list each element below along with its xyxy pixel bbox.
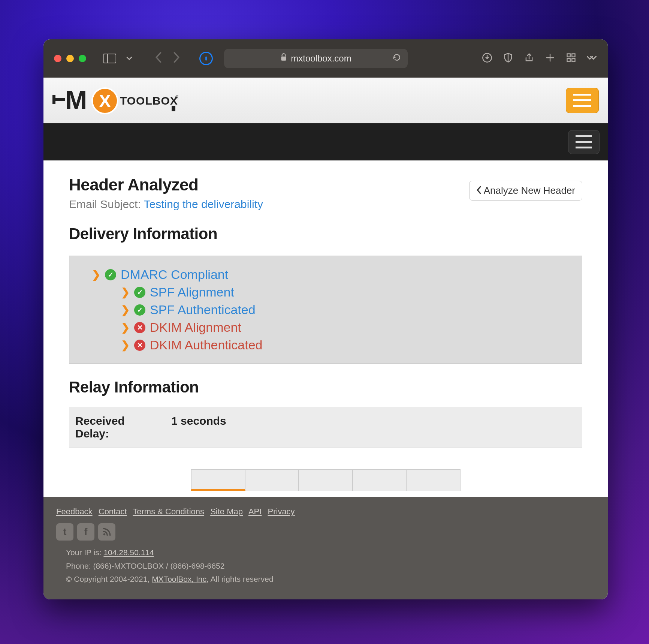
chevron-left-icon	[476, 185, 482, 196]
delivery-item-dkim-alignment: ❯ ✕ DKIM Alignment	[92, 319, 567, 336]
chevron-right-icon: ❯	[121, 321, 130, 334]
footer-links: Feedback Contact Terms & Conditions Site…	[56, 507, 595, 517]
minimize-window-button[interactable]	[66, 55, 74, 62]
delivery-link[interactable]: SPF Authenticated	[150, 303, 256, 317]
main-content: Header Analyzed Email Subject: Testing t…	[43, 160, 608, 491]
delivery-item-dmarc: ❯ ✓ DMARC Compliant	[92, 266, 567, 283]
main-menu-button[interactable]	[566, 88, 599, 113]
downloads-icon[interactable]	[482, 52, 492, 64]
analyze-new-header-button[interactable]: Analyze New Header	[469, 181, 582, 201]
tab-group-dropdown-icon[interactable]	[123, 54, 136, 63]
svg-rect-17	[172, 106, 175, 111]
sidebar-toggle-icon[interactable]	[103, 54, 116, 63]
address-bar[interactable]: mxtoolbox.com	[224, 49, 408, 68]
address-bar-host: mxtoolbox.com	[291, 53, 351, 64]
svg-rect-7	[572, 54, 575, 57]
analyze-new-header-label: Analyze New Header	[484, 185, 575, 196]
footer-link-sitemap[interactable]: Site Map	[210, 507, 243, 516]
svg-text:X: X	[99, 91, 111, 111]
facebook-icon[interactable]: f	[77, 523, 94, 541]
svg-point-19	[103, 533, 105, 535]
close-window-button[interactable]	[54, 55, 61, 62]
received-delay-value: 1 seconds	[165, 407, 582, 448]
logo-text: TOOLBOX	[120, 94, 178, 107]
svg-rect-3	[205, 57, 207, 61]
relay-info-heading: Relay Information	[69, 378, 582, 396]
received-delay-label: Received Delay:	[69, 407, 165, 448]
check-icon: ✓	[134, 287, 145, 298]
copyright-line: © Copyright 2004-2021, MXToolBox, Inc, A…	[66, 572, 595, 586]
footer-link-api[interactable]: API	[248, 507, 262, 516]
secondary-menu-button[interactable]	[568, 130, 600, 154]
browser-window: mxtoolbox.com M X TOOLBOX	[43, 39, 608, 599]
reload-icon[interactable]	[393, 53, 401, 64]
subject-link[interactable]: Testing the deliverability	[144, 198, 263, 210]
delivery-link[interactable]: DKIM Alignment	[150, 320, 241, 335]
new-tab-icon[interactable]	[545, 52, 555, 64]
svg-rect-11	[52, 95, 55, 104]
ip-label: Your IP is:	[66, 548, 102, 557]
chevron-right-icon: ❯	[92, 268, 100, 281]
svg-rect-0	[103, 54, 116, 63]
relay-chart-placeholder	[191, 469, 461, 491]
delivery-link[interactable]: DMARC Compliant	[121, 267, 228, 282]
delivery-link[interactable]: DKIM Authenticated	[150, 338, 263, 352]
browser-toolbar: mxtoolbox.com	[43, 39, 608, 78]
share-icon[interactable]	[524, 52, 534, 64]
chevron-right-icon: ❯	[121, 286, 130, 298]
check-icon: ✓	[105, 269, 116, 280]
svg-rect-9	[572, 58, 575, 61]
footer-link-contact[interactable]: Contact	[99, 507, 127, 516]
lock-icon	[280, 53, 287, 64]
site-footer: Feedback Contact Terms & Conditions Site…	[43, 497, 608, 599]
footer-meta: Your IP is: 104.28.50.114 Phone: (866)-M…	[56, 546, 595, 586]
svg-rect-4	[281, 57, 286, 61]
delivery-info-heading: Delivery Information	[69, 225, 582, 243]
footer-link-privacy[interactable]: Privacy	[268, 507, 295, 516]
footer-link-feedback[interactable]: Feedback	[56, 507, 93, 516]
chevron-right-icon: ❯	[121, 304, 130, 316]
toolbar-right	[482, 52, 597, 64]
subject-label: Email Subject:	[69, 198, 141, 210]
footer-link-terms[interactable]: Terms & Conditions	[133, 507, 204, 516]
delivery-link[interactable]: SPF Alignment	[150, 285, 234, 300]
x-icon: ✕	[134, 340, 145, 351]
maximize-window-button[interactable]	[79, 55, 86, 62]
phone-line: Phone: (866)-MXTOOLBOX / (866)-698-6652	[66, 559, 595, 573]
svg-rect-16	[119, 108, 175, 109]
svg-text:®: ®	[175, 94, 178, 100]
tab-overview-icon[interactable]	[566, 52, 576, 64]
check-icon: ✓	[134, 304, 145, 316]
window-controls	[54, 55, 86, 62]
company-link[interactable]: MXToolBox, Inc	[152, 575, 206, 583]
shield-icon[interactable]	[503, 52, 513, 64]
svg-rect-6	[567, 54, 570, 57]
svg-text:M: M	[65, 85, 87, 115]
onepassword-extension-icon[interactable]	[199, 52, 213, 65]
twitter-icon[interactable]: t	[56, 523, 73, 541]
more-icon[interactable]	[587, 52, 597, 64]
rss-icon[interactable]	[98, 523, 115, 541]
forward-button[interactable]	[171, 52, 182, 65]
back-button[interactable]	[153, 52, 164, 65]
chevron-right-icon: ❯	[121, 339, 130, 351]
x-icon: ✕	[134, 322, 145, 333]
site-header: M X TOOLBOX ®	[43, 78, 608, 123]
footer-socials: t f	[56, 523, 595, 541]
relay-table: Received Delay: 1 seconds	[69, 407, 582, 448]
delivery-item-dkim-auth: ❯ ✕ DKIM Authenticated	[92, 336, 567, 354]
secondary-nav	[43, 123, 608, 160]
ip-link[interactable]: 104.28.50.114	[103, 548, 154, 557]
delivery-info-box: ❯ ✓ DMARC Compliant ❯ ✓ SPF Alignment ❯ …	[69, 256, 582, 364]
mxtoolbox-logo[interactable]: M X TOOLBOX ®	[52, 84, 178, 117]
delivery-item-spf-alignment: ❯ ✓ SPF Alignment	[92, 283, 567, 301]
svg-rect-8	[567, 58, 570, 61]
delivery-item-spf-auth: ❯ ✓ SPF Authenticated	[92, 301, 567, 319]
